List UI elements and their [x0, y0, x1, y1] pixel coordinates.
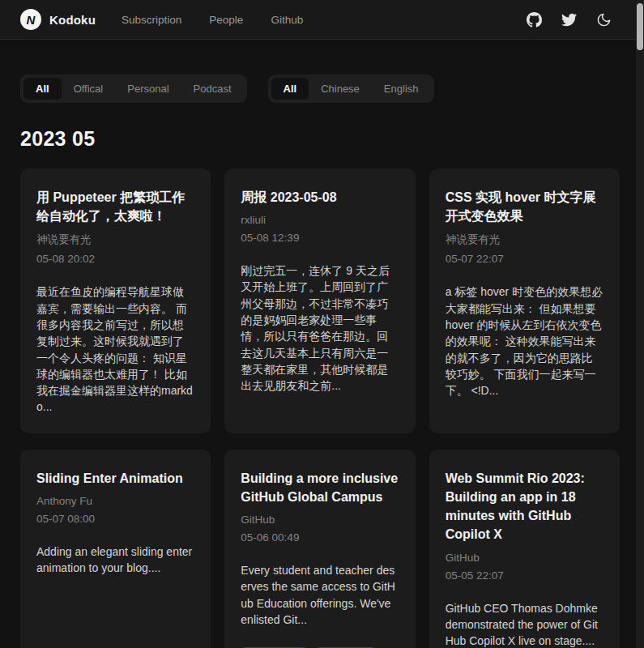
post-date: 05-06 00:49 [241, 531, 399, 544]
moon-icon[interactable] [596, 12, 612, 28]
post-excerpt: 最近在鱼皮的编程导航星球做嘉宾，需要输出一些内容。 而很多内容我之前写过，所以想… [36, 284, 194, 415]
post-title: 用 Puppeteer 把繁琐工作给自动化了，太爽啦！ [36, 188, 194, 225]
post-title: Web Summit Rio 2023: Building an app in … [446, 469, 603, 544]
nav-links: Subscription People Github [122, 14, 303, 26]
filter-category-personal[interactable]: Personal [115, 78, 181, 100]
post-excerpt: a 标签 hover 时变色的效果想必大家都能写出来： 但如果想要 hover … [446, 284, 603, 399]
filter-category-podcast[interactable]: Podcast [181, 78, 244, 100]
scrollbar-thumb[interactable] [637, 3, 643, 50]
post-card[interactable]: 用 Puppeteer 把繁琐工作给自动化了，太爽啦！ 神说要有光 05-08 … [20, 168, 211, 433]
filter-row: All Offical Personal Podcast All Chinese… [20, 75, 620, 103]
post-date: 05-08 12:39 [241, 232, 399, 244]
post-author: GitHub [446, 552, 603, 564]
post-date: 05-07 22:07 [446, 253, 603, 265]
post-title: Sliding Enter Animation [36, 469, 194, 488]
card-grid: 用 Puppeteer 把繁琐工作给自动化了，太爽啦！ 神说要有光 05-08 … [20, 168, 620, 648]
post-card[interactable]: Web Summit Rio 2023: Building an app in … [429, 450, 620, 648]
post-author: GitHub [241, 514, 399, 526]
nav-link-subscription[interactable]: Subscription [122, 14, 181, 26]
brand[interactable]: N Kodoku [20, 9, 96, 30]
filter-group-category: All Offical Personal Podcast [20, 75, 247, 103]
post-author: Anthony Fu [36, 495, 194, 507]
nav-actions [527, 12, 612, 28]
github-icon[interactable] [527, 12, 542, 28]
post-card[interactable]: Building a more inclusive GitHub Global … [224, 450, 415, 648]
post-card[interactable]: CSS 实现 hover 时文字展开式变色效果 神说要有光 05-07 22:0… [429, 168, 620, 433]
navbar: N Kodoku Subscription People Github [0, 0, 644, 40]
post-title: Building a more inclusive GitHub Global … [241, 469, 399, 506]
post-title: CSS 实现 hover 时文字展开式变色效果 [446, 188, 603, 225]
logo-icon: N [20, 9, 41, 30]
scrollbar[interactable] [636, 0, 644, 648]
post-excerpt: Every student and teacher deserves the s… [241, 562, 399, 628]
post-excerpt: 刚过完五一，连休了 9 天之后又开始上班了。上周回到了广州父母那边，不过非常不凑… [241, 262, 399, 394]
post-card[interactable]: Sliding Enter Animation Anthony Fu 05-07… [20, 450, 211, 648]
post-date: 05-05 22:07 [446, 569, 603, 582]
post-excerpt: Adding an elegant sliding enter animatio… [36, 544, 194, 577]
post-date: 05-08 20:02 [36, 253, 194, 265]
nav-link-people[interactable]: People [209, 14, 243, 26]
filter-language-chinese[interactable]: Chinese [309, 78, 372, 100]
section-title: 2023 05 [20, 127, 620, 151]
post-author: rxliuli [241, 214, 399, 226]
filter-group-language: All Chinese English [268, 75, 434, 103]
post-card[interactable]: 周报 2023-05-08 rxliuli 05-08 12:39 刚过完五一，… [224, 168, 415, 433]
filter-category-all[interactable]: All [23, 78, 62, 100]
post-author: 神说要有光 [446, 232, 603, 247]
nav-link-github[interactable]: Github [271, 14, 303, 26]
main-content: All Offical Personal Podcast All Chinese… [0, 75, 644, 648]
filter-language-english[interactable]: English [372, 78, 431, 100]
post-title: 周报 2023-05-08 [241, 188, 399, 207]
brand-name: Kodoku [49, 13, 96, 27]
post-author: 神说要有光 [36, 232, 194, 247]
post-excerpt: GitHub CEO Thomas Dohmke demonstrated th… [446, 600, 603, 648]
post-date: 05-07 08:00 [36, 513, 194, 525]
filter-category-offical[interactable]: Offical [62, 78, 116, 100]
twitter-icon[interactable] [561, 12, 577, 28]
filter-language-all[interactable]: All [271, 78, 309, 100]
